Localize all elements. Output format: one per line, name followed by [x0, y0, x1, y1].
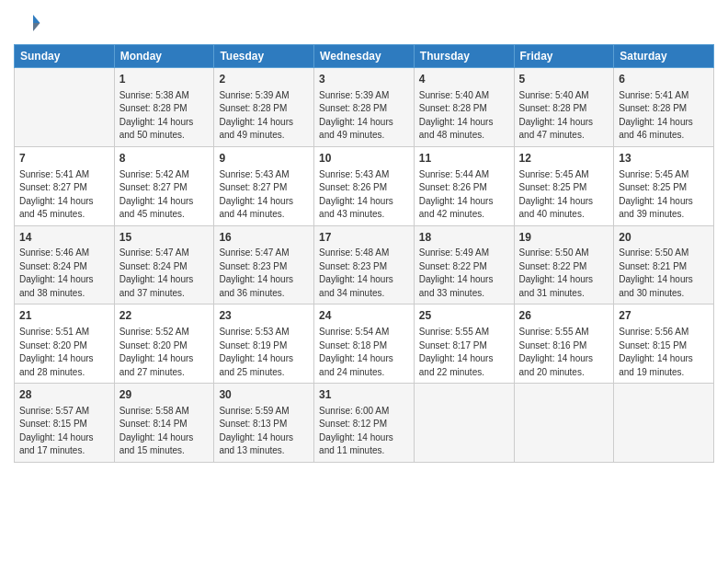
- calendar-cell: 1Sunrise: 5:38 AM Sunset: 8:28 PM Daylig…: [114, 68, 214, 147]
- day-content: Sunrise: 5:48 AM Sunset: 8:23 PM Dayligh…: [319, 247, 409, 300]
- day-number: 11: [419, 151, 509, 167]
- day-number: 19: [519, 230, 609, 246]
- day-number: 8: [119, 151, 210, 167]
- day-number: 16: [219, 230, 309, 246]
- day-content: Sunrise: 5:55 AM Sunset: 8:17 PM Dayligh…: [419, 326, 509, 379]
- day-number: 30: [219, 387, 309, 403]
- day-content: Sunrise: 5:55 AM Sunset: 8:16 PM Dayligh…: [519, 326, 609, 379]
- calendar-cell: 11Sunrise: 5:44 AM Sunset: 8:26 PM Dayli…: [414, 146, 514, 225]
- day-number: 17: [319, 230, 409, 246]
- day-content: Sunrise: 5:45 AM Sunset: 8:25 PM Dayligh…: [619, 168, 709, 222]
- day-header-sunday: Sunday: [15, 45, 115, 68]
- day-content: Sunrise: 5:57 AM Sunset: 8:15 PM Dayligh…: [19, 405, 109, 458]
- day-content: Sunrise: 5:46 AM Sunset: 8:24 PM Dayligh…: [19, 247, 109, 300]
- day-number: 6: [619, 72, 709, 87]
- day-number: 22: [119, 308, 210, 324]
- calendar-cell: 5Sunrise: 5:40 AM Sunset: 8:28 PM Daylig…: [514, 68, 614, 147]
- calendar-cell: 15Sunrise: 5:47 AM Sunset: 8:24 PM Dayli…: [114, 225, 214, 304]
- day-number: 2: [219, 72, 309, 87]
- day-content: Sunrise: 5:40 AM Sunset: 8:28 PM Dayligh…: [419, 89, 509, 143]
- calendar-cell: 22Sunrise: 5:52 AM Sunset: 8:20 PM Dayli…: [114, 304, 214, 384]
- day-content: Sunrise: 5:39 AM Sunset: 8:28 PM Dayligh…: [219, 89, 309, 143]
- calendar-cell: 31Sunrise: 6:00 AM Sunset: 8:12 PM Dayli…: [314, 384, 415, 463]
- calendar-cell: 13Sunrise: 5:45 AM Sunset: 8:25 PM Dayli…: [614, 146, 714, 225]
- calendar-cell: 12Sunrise: 5:45 AM Sunset: 8:25 PM Dayli…: [514, 146, 614, 225]
- day-number: 25: [419, 308, 509, 324]
- day-number: 31: [319, 387, 409, 403]
- day-number: 7: [19, 151, 109, 167]
- logo-icon: [14, 9, 41, 37]
- calendar-cell: 6Sunrise: 5:41 AM Sunset: 8:28 PM Daylig…: [614, 68, 714, 147]
- day-content: Sunrise: 5:43 AM Sunset: 8:26 PM Dayligh…: [319, 168, 409, 222]
- day-number: 12: [519, 151, 609, 167]
- week-row-3: 14Sunrise: 5:46 AM Sunset: 8:24 PM Dayli…: [15, 225, 714, 304]
- calendar-cell: 2Sunrise: 5:39 AM Sunset: 8:28 PM Daylig…: [214, 68, 314, 147]
- page-header: [14, 9, 714, 37]
- day-number: 13: [619, 151, 709, 167]
- day-content: Sunrise: 5:41 AM Sunset: 8:28 PM Dayligh…: [619, 89, 709, 143]
- calendar-cell: 28Sunrise: 5:57 AM Sunset: 8:15 PM Dayli…: [15, 384, 115, 463]
- calendar-cell: 16Sunrise: 5:47 AM Sunset: 8:23 PM Dayli…: [214, 225, 314, 304]
- calendar-cell: 19Sunrise: 5:50 AM Sunset: 8:22 PM Dayli…: [514, 225, 614, 304]
- day-number: 4: [419, 72, 509, 87]
- day-number: 28: [19, 387, 109, 403]
- day-number: 9: [219, 151, 309, 167]
- week-row-2: 7Sunrise: 5:41 AM Sunset: 8:27 PM Daylig…: [15, 146, 714, 225]
- day-content: Sunrise: 5:58 AM Sunset: 8:14 PM Dayligh…: [119, 405, 210, 458]
- day-number: 3: [319, 72, 409, 87]
- calendar-cell: 23Sunrise: 5:53 AM Sunset: 8:19 PM Dayli…: [214, 304, 314, 384]
- calendar-cell: [15, 68, 115, 147]
- day-content: Sunrise: 6:00 AM Sunset: 8:12 PM Dayligh…: [319, 405, 409, 458]
- day-number: 26: [519, 308, 609, 324]
- day-content: Sunrise: 5:56 AM Sunset: 8:15 PM Dayligh…: [619, 326, 709, 379]
- day-header-friday: Friday: [514, 45, 614, 68]
- calendar-cell: 24Sunrise: 5:54 AM Sunset: 8:18 PM Dayli…: [314, 304, 415, 384]
- day-header-tuesday: Tuesday: [214, 45, 314, 68]
- calendar-cell: 8Sunrise: 5:42 AM Sunset: 8:27 PM Daylig…: [114, 146, 214, 225]
- calendar-cell: 4Sunrise: 5:40 AM Sunset: 8:28 PM Daylig…: [414, 68, 514, 147]
- calendar-cell: 25Sunrise: 5:55 AM Sunset: 8:17 PM Dayli…: [414, 304, 514, 384]
- day-number: 29: [119, 387, 210, 403]
- calendar-cell: 29Sunrise: 5:58 AM Sunset: 8:14 PM Dayli…: [114, 384, 214, 463]
- calendar-cell: 18Sunrise: 5:49 AM Sunset: 8:22 PM Dayli…: [414, 225, 514, 304]
- calendar-cell: 21Sunrise: 5:51 AM Sunset: 8:20 PM Dayli…: [15, 304, 115, 384]
- day-number: 5: [519, 72, 609, 87]
- day-number: 21: [19, 308, 109, 324]
- day-content: Sunrise: 5:49 AM Sunset: 8:22 PM Dayligh…: [419, 247, 509, 300]
- calendar-cell: 27Sunrise: 5:56 AM Sunset: 8:15 PM Dayli…: [614, 304, 714, 384]
- day-number: 1: [119, 72, 210, 87]
- day-number: 15: [119, 230, 210, 246]
- day-content: Sunrise: 5:59 AM Sunset: 8:13 PM Dayligh…: [219, 405, 309, 458]
- calendar-cell: 26Sunrise: 5:55 AM Sunset: 8:16 PM Dayli…: [514, 304, 614, 384]
- calendar-cell: [514, 384, 614, 463]
- calendar-table: SundayMondayTuesdayWednesdayThursdayFrid…: [14, 44, 714, 463]
- week-row-1: 1Sunrise: 5:38 AM Sunset: 8:28 PM Daylig…: [15, 68, 714, 147]
- day-content: Sunrise: 5:50 AM Sunset: 8:22 PM Dayligh…: [519, 247, 609, 300]
- day-number: 10: [319, 151, 409, 167]
- calendar-cell: 10Sunrise: 5:43 AM Sunset: 8:26 PM Dayli…: [314, 146, 415, 225]
- day-content: Sunrise: 5:51 AM Sunset: 8:20 PM Dayligh…: [19, 326, 109, 379]
- calendar-cell: 17Sunrise: 5:48 AM Sunset: 8:23 PM Dayli…: [314, 225, 415, 304]
- day-number: 27: [619, 308, 709, 324]
- header-row: SundayMondayTuesdayWednesdayThursdayFrid…: [15, 45, 714, 68]
- day-content: Sunrise: 5:41 AM Sunset: 8:27 PM Dayligh…: [19, 168, 109, 222]
- day-content: Sunrise: 5:47 AM Sunset: 8:24 PM Dayligh…: [119, 247, 210, 300]
- calendar-cell: 7Sunrise: 5:41 AM Sunset: 8:27 PM Daylig…: [15, 146, 115, 225]
- calendar-cell: 9Sunrise: 5:43 AM Sunset: 8:27 PM Daylig…: [214, 146, 314, 225]
- day-content: Sunrise: 5:52 AM Sunset: 8:20 PM Dayligh…: [119, 326, 210, 379]
- calendar-cell: 30Sunrise: 5:59 AM Sunset: 8:13 PM Dayli…: [214, 384, 314, 463]
- day-content: Sunrise: 5:53 AM Sunset: 8:19 PM Dayligh…: [219, 326, 309, 379]
- svg-marker-1: [33, 23, 40, 31]
- day-number: 18: [419, 230, 509, 246]
- week-row-4: 21Sunrise: 5:51 AM Sunset: 8:20 PM Dayli…: [15, 304, 714, 384]
- day-header-saturday: Saturday: [614, 45, 714, 68]
- day-content: Sunrise: 5:42 AM Sunset: 8:27 PM Dayligh…: [119, 168, 210, 222]
- week-row-5: 28Sunrise: 5:57 AM Sunset: 8:15 PM Dayli…: [15, 384, 714, 463]
- day-content: Sunrise: 5:40 AM Sunset: 8:28 PM Dayligh…: [519, 89, 609, 143]
- day-content: Sunrise: 5:47 AM Sunset: 8:23 PM Dayligh…: [219, 247, 309, 300]
- svg-marker-0: [33, 15, 40, 23]
- day-content: Sunrise: 5:45 AM Sunset: 8:25 PM Dayligh…: [519, 168, 609, 222]
- calendar-cell: 20Sunrise: 5:50 AM Sunset: 8:21 PM Dayli…: [614, 225, 714, 304]
- day-content: Sunrise: 5:43 AM Sunset: 8:27 PM Dayligh…: [219, 168, 309, 222]
- day-header-monday: Monday: [114, 45, 214, 68]
